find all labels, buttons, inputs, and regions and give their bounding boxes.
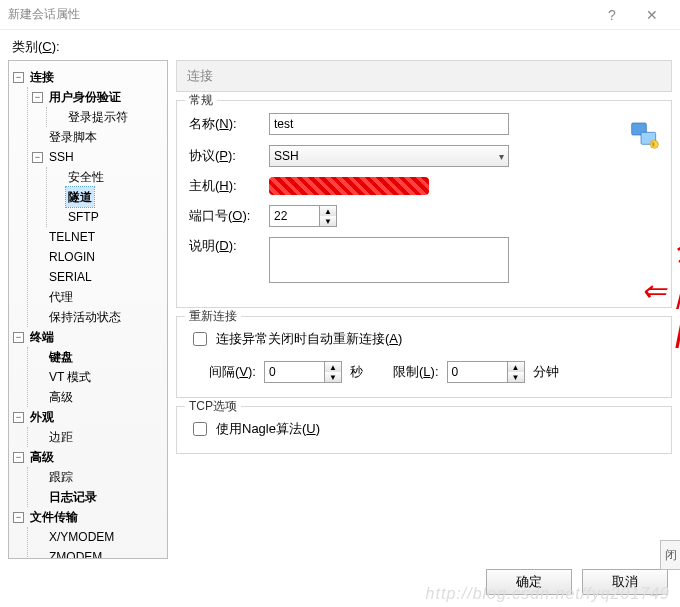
help-button[interactable]: ? [592, 7, 632, 23]
nagle-checkbox[interactable] [193, 422, 207, 436]
tree-item-telnet[interactable]: TELNET [47, 227, 97, 247]
interval-unit: 秒 [350, 363, 363, 381]
name-input[interactable] [269, 113, 509, 135]
dialog-buttons: 确定 取消 [8, 559, 672, 599]
tree-item-margin[interactable]: 边距 [47, 427, 75, 447]
tree-item-term-advanced[interactable]: 高级 [47, 387, 75, 407]
host-input-redacted[interactable] [269, 177, 429, 195]
tree-item-login-prompt[interactable]: 登录提示符 [66, 107, 130, 127]
window-title: 新建会话属性 [8, 6, 80, 23]
tree-item-appearance[interactable]: 外观 [28, 407, 56, 427]
limit-input[interactable] [447, 361, 507, 383]
tree-toggle-icon[interactable]: − [13, 72, 24, 83]
nagle-label: 使用Nagle算法(U) [216, 420, 320, 438]
tree-item-filetransfer[interactable]: 文件传输 [28, 507, 80, 527]
tree-item-sftp[interactable]: SFTP [66, 207, 101, 227]
tree-item-security[interactable]: 安全性 [66, 167, 106, 187]
connection-icon [629, 119, 661, 154]
category-label: 类别(C): [12, 38, 672, 56]
interval-input[interactable] [264, 361, 324, 383]
interval-label: 间隔(V): [209, 363, 256, 381]
tree-toggle-icon[interactable]: − [32, 152, 43, 163]
tree-toggle-icon[interactable]: − [13, 512, 24, 523]
host-label: 主机(H): [189, 177, 269, 195]
tree-item-terminal[interactable]: 终端 [28, 327, 56, 347]
tree-toggle-icon[interactable]: − [13, 452, 24, 463]
description-label: 说明(D): [189, 237, 269, 255]
description-input[interactable] [269, 237, 509, 283]
group-general-legend: 常规 [185, 92, 217, 109]
group-reconnect: 重新连接 连接异常关闭时自动重新连接(A) 间隔(V): ▲▼ 秒 限制(L):… [176, 316, 672, 398]
interval-spinner[interactable]: ▲▼ [264, 361, 342, 383]
tree-item-keepalive[interactable]: 保持活动状态 [47, 307, 123, 327]
ok-button[interactable]: 确定 [486, 569, 572, 595]
spin-down-icon[interactable]: ▼ [508, 372, 524, 382]
tree-item-keyboard[interactable]: 键盘 [47, 347, 75, 367]
spin-down-icon[interactable]: ▼ [325, 372, 341, 382]
dialog-body: 类别(C): −连接 −用户身份验证 登录提示符 登录脚本 −SSH 安全性 隧… [0, 30, 680, 607]
port-spinner[interactable]: ▲▼ [269, 205, 337, 227]
limit-label: 限制(L): [393, 363, 439, 381]
chevron-down-icon: ▾ [499, 151, 504, 162]
tree-item-login-script[interactable]: 登录脚本 [47, 127, 99, 147]
spin-up-icon[interactable]: ▲ [320, 206, 336, 216]
cutoff-button-fragment[interactable]: 闭 [660, 540, 680, 570]
tree-item-ssh[interactable]: SSH [47, 147, 76, 167]
category-label-pre: 类别( [12, 39, 42, 54]
auto-reconnect-checkbox[interactable] [193, 332, 207, 346]
protocol-label: 协议(P): [189, 147, 269, 165]
tree-item-tunnel[interactable]: 隧道 [66, 187, 94, 207]
svg-rect-3 [652, 142, 654, 146]
close-button[interactable]: ✕ [632, 7, 672, 23]
tree-item-advanced[interactable]: 高级 [28, 447, 56, 467]
tree-item-proxy[interactable]: 代理 [47, 287, 75, 307]
cancel-button[interactable]: 取消 [582, 569, 668, 595]
auto-reconnect-label: 连接异常关闭时自动重新连接(A) [216, 330, 402, 348]
group-general: 常规 名称(N): 协议(P): SSH ▾ 主机(H): 端口号(O): [176, 100, 672, 308]
limit-spinner[interactable]: ▲▼ [447, 361, 525, 383]
category-label-hotkey: C [42, 39, 51, 54]
spin-up-icon[interactable]: ▲ [508, 362, 524, 372]
limit-unit: 分钟 [533, 363, 559, 381]
tree-item-vtmode[interactable]: VT 模式 [47, 367, 93, 387]
protocol-value: SSH [274, 149, 299, 163]
tree-toggle-icon[interactable]: − [13, 332, 24, 343]
group-reconnect-legend: 重新连接 [185, 308, 241, 325]
name-label: 名称(N): [189, 115, 269, 133]
port-input[interactable] [269, 205, 319, 227]
tree-item-rlogin[interactable]: RLOGIN [47, 247, 97, 267]
tree-item-trace[interactable]: 跟踪 [47, 467, 75, 487]
group-tcp: TCP选项 使用Nagle算法(U) [176, 406, 672, 454]
tree-item-connection[interactable]: 连接 [28, 67, 56, 87]
annotation-text: 公网 IP [674, 225, 680, 356]
title-bar: 新建会话属性 ? ✕ [0, 0, 680, 30]
tree-item-logging[interactable]: 日志记录 [47, 487, 99, 507]
tree-item-serial[interactable]: SERIAL [47, 267, 94, 287]
tree-item-zmodem[interactable]: ZMODEM [47, 547, 104, 559]
spin-up-icon[interactable]: ▲ [325, 362, 341, 372]
tree-item-xymodem[interactable]: X/YMODEM [47, 527, 116, 547]
tree-toggle-icon[interactable]: − [13, 412, 24, 423]
group-tcp-legend: TCP选项 [185, 398, 241, 415]
port-label: 端口号(O): [189, 207, 269, 225]
spin-down-icon[interactable]: ▼ [320, 216, 336, 226]
tree-toggle-icon[interactable]: − [32, 92, 43, 103]
protocol-select[interactable]: SSH ▾ [269, 145, 509, 167]
panel-title: 连接 [176, 60, 672, 92]
settings-panel: 连接 常规 名称(N): 协议(P): SSH ▾ 主机(H): [176, 60, 672, 559]
category-tree[interactable]: −连接 −用户身份验证 登录提示符 登录脚本 −SSH 安全性 隧道 SFTP … [8, 60, 168, 559]
category-label-post: ): [52, 39, 60, 54]
tree-item-auth[interactable]: 用户身份验证 [47, 87, 123, 107]
